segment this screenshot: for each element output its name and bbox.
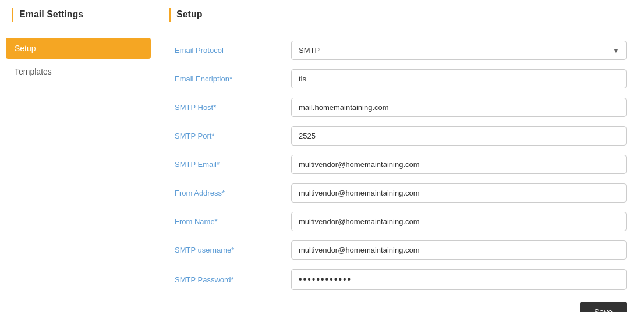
field-smtp-username bbox=[291, 240, 627, 260]
save-button[interactable]: Save bbox=[580, 302, 627, 312]
field-smtp-port bbox=[291, 126, 627, 146]
field-email-encryption bbox=[291, 69, 627, 88]
sidebar-item-setup[interactable]: Setup bbox=[6, 38, 151, 59]
select-wrapper-protocol: SMTP ▼ bbox=[291, 41, 627, 60]
label-smtp-email: SMTP Email* bbox=[175, 160, 291, 169]
form-row-from-address: From Address* bbox=[175, 183, 627, 203]
label-email-encryption: Email Encription* bbox=[175, 75, 291, 83]
section-title: Setup bbox=[176, 9, 202, 20]
smtp-port-input[interactable] bbox=[291, 126, 627, 146]
page-title: Email Settings bbox=[19, 9, 83, 20]
main-layout: Setup Templates Email Protocol SMTP ▼ Em… bbox=[0, 29, 644, 312]
field-from-name bbox=[291, 212, 627, 231]
from-address-input[interactable] bbox=[291, 183, 627, 203]
label-from-name: From Name* bbox=[175, 217, 291, 226]
field-from-address bbox=[291, 183, 627, 203]
form-row-email-encryption: Email Encription* bbox=[175, 69, 627, 88]
label-smtp-password: SMTP Password* bbox=[175, 275, 291, 284]
smtp-email-input[interactable] bbox=[291, 155, 627, 174]
label-from-address: From Address* bbox=[175, 189, 291, 197]
smtp-username-input[interactable] bbox=[291, 240, 627, 260]
header-right-divider bbox=[169, 8, 171, 22]
label-smtp-host: SMTP Host* bbox=[175, 103, 291, 112]
form-row-smtp-host: SMTP Host* bbox=[175, 98, 627, 117]
form-row-smtp-email: SMTP Email* bbox=[175, 155, 627, 174]
page-header: Email Settings Setup bbox=[0, 0, 644, 29]
email-protocol-select[interactable]: SMTP bbox=[291, 41, 627, 60]
form-row-email-protocol: Email Protocol SMTP ▼ bbox=[175, 41, 627, 60]
form-row-smtp-username: SMTP username* bbox=[175, 240, 627, 260]
header-left: Email Settings bbox=[12, 8, 169, 22]
from-name-input[interactable] bbox=[291, 212, 627, 231]
smtp-password-input[interactable] bbox=[291, 269, 627, 290]
sidebar: Setup Templates bbox=[0, 29, 157, 312]
main-content: Email Protocol SMTP ▼ Email Encription* … bbox=[157, 29, 644, 312]
label-smtp-port: SMTP Port* bbox=[175, 132, 291, 140]
form-row-smtp-port: SMTP Port* bbox=[175, 126, 627, 146]
label-smtp-username: SMTP username* bbox=[175, 246, 291, 254]
field-smtp-email bbox=[291, 155, 627, 174]
field-smtp-host bbox=[291, 98, 627, 117]
sidebar-item-templates[interactable]: Templates bbox=[6, 61, 151, 82]
header-left-divider bbox=[12, 8, 13, 22]
email-encryption-input[interactable] bbox=[291, 69, 627, 88]
smtp-host-input[interactable] bbox=[291, 98, 627, 117]
form-row-from-name: From Name* bbox=[175, 212, 627, 231]
field-email-protocol: SMTP ▼ bbox=[291, 41, 627, 60]
label-email-protocol: Email Protocol bbox=[175, 46, 291, 55]
header-right: Setup bbox=[169, 8, 632, 22]
form-row-smtp-password: SMTP Password* bbox=[175, 269, 627, 290]
save-button-wrapper: Save bbox=[175, 302, 627, 312]
field-smtp-password bbox=[291, 269, 627, 290]
